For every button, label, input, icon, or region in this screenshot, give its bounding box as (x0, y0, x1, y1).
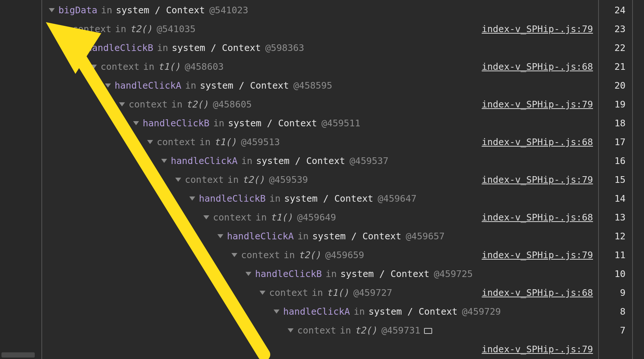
source-link[interactable]: index-v_SPHip-.js:79 (477, 24, 593, 34)
source-link[interactable]: index-v_SPHip-.js:79 (477, 174, 593, 185)
disclosure-triangle-icon[interactable] (91, 65, 97, 69)
function-name: t2() (186, 99, 208, 110)
property-name: context (72, 24, 111, 34)
source-link[interactable]: index-v_SPHip-.js:79 (477, 344, 593, 355)
object-address: @459729 (462, 306, 501, 317)
property-name: context (213, 212, 252, 223)
distance-value: 14 (599, 189, 626, 208)
object-address: @459649 (297, 212, 336, 223)
object-address: @459727 (353, 287, 392, 298)
disclosure-triangle-icon[interactable] (49, 8, 55, 12)
reveal-element-icon[interactable] (424, 328, 432, 334)
disclosure-triangle-icon[interactable] (77, 46, 83, 50)
tree-row[interactable]: contextint1()@459649index-v_SPHip-.js:68 (42, 208, 598, 227)
left-gutter (0, 0, 41, 359)
tree-row[interactable]: handleClickAinsystem / Context@459729 (42, 302, 598, 321)
in-keyword: in (255, 212, 267, 223)
distance-value: 12 (599, 227, 626, 246)
object-address: @459659 (325, 250, 364, 260)
tree-row[interactable]: contextint2()@459659index-v_SPHip-.js:79 (42, 246, 598, 264)
in-keyword: in (213, 118, 224, 129)
distance-value: 18 (599, 114, 626, 133)
disclosure-triangle-icon[interactable] (189, 196, 195, 201)
source-link[interactable]: index-v_SPHip-.js:79 (477, 250, 593, 260)
disclosure-triangle-icon[interactable] (105, 83, 111, 88)
tree-row[interactable]: handleClickAinsystem / Context@458595 (42, 76, 598, 95)
object-address: @458605 (213, 99, 252, 110)
retainers-tree[interactable]: bigDatainsystem / Context@541023contexti… (42, 0, 598, 359)
in-keyword: in (298, 231, 309, 242)
tree-row[interactable]: handleClickBinsystem / Context@459725 (42, 264, 598, 283)
function-name: t2() (130, 24, 152, 34)
object-address: @458603 (185, 61, 224, 72)
tree-row[interactable]: handleClickAinsystem / Context@459657 (42, 227, 598, 246)
disclosure-triangle-icon[interactable] (203, 215, 209, 219)
distance-value: 17 (599, 133, 626, 151)
in-keyword: in (241, 155, 252, 166)
function-name: t1() (270, 212, 292, 223)
distance-value: 24 (599, 1, 626, 20)
tree-row[interactable]: handleClickBinsystem / Context@459511 (42, 114, 598, 133)
disclosure-triangle-icon[interactable] (133, 121, 139, 125)
object-address: @541035 (157, 24, 196, 34)
property-name: handleClickA (171, 155, 238, 166)
disclosure-triangle-icon[interactable] (274, 310, 279, 314)
distance-value (599, 340, 626, 359)
tree-row[interactable]: contextint2()@458605index-v_SPHip-.js:79 (42, 95, 598, 114)
object-address: @459657 (406, 231, 445, 242)
tree-row[interactable]: contextint2()@541035index-v_SPHip-.js:79 (42, 20, 598, 38)
container-label: system / Context (256, 155, 345, 166)
tree-row[interactable]: contextint1()@458603index-v_SPHip-.js:68 (42, 57, 598, 76)
function-name: t1() (214, 137, 236, 147)
in-keyword: in (312, 287, 323, 298)
container-label: system / Context (340, 269, 430, 279)
disclosure-triangle-icon[interactable] (175, 178, 181, 182)
tree-row[interactable]: bigDatainsystem / Context@541023 (42, 1, 598, 20)
tree-row[interactable]: contextint2()@459731 (42, 321, 598, 340)
distance-value: 21 (599, 57, 626, 76)
source-link[interactable]: index-v_SPHip-.js:68 (477, 212, 593, 223)
disclosure-triangle-icon[interactable] (161, 159, 167, 163)
tree-row[interactable]: contextint1()@459513index-v_SPHip-.js:68 (42, 133, 598, 151)
in-keyword: in (171, 99, 182, 110)
property-name: context (297, 325, 336, 336)
in-keyword: in (199, 137, 210, 147)
tree-row[interactable]: contextint2()@459539index-v_SPHip-.js:79 (42, 170, 598, 189)
property-name: context (157, 137, 196, 147)
source-link[interactable]: index-v_SPHip-.js:68 (477, 137, 593, 147)
object-address: @459513 (241, 137, 280, 147)
in-keyword: in (143, 61, 154, 72)
in-keyword: in (101, 5, 112, 16)
in-keyword: in (270, 193, 281, 204)
source-link[interactable]: index-v_SPHip-.js:68 (477, 61, 593, 72)
tree-row[interactable]: handleClickBinsystem / Context@598363 (42, 38, 598, 57)
in-keyword: in (185, 80, 196, 91)
tree-row[interactable]: contextint1()@459727index-v_SPHip-.js:68 (42, 283, 598, 302)
object-address: @459539 (269, 174, 308, 185)
distance-value: 20 (599, 76, 626, 95)
object-address: @459647 (378, 193, 417, 204)
tree-row[interactable]: handleClickBinsystem / Context@459647 (42, 189, 598, 208)
disclosure-triangle-icon[interactable] (231, 253, 237, 257)
distance-value: 13 (599, 208, 626, 227)
scrollbar-stub[interactable] (1, 352, 35, 358)
function-name: t2() (242, 174, 264, 185)
disclosure-triangle-icon[interactable] (147, 140, 153, 144)
distance-value: 11 (599, 246, 626, 264)
container-label: system / Context (369, 306, 458, 317)
disclosure-triangle-icon[interactable] (260, 291, 265, 295)
property-name: handleClickA (227, 231, 294, 242)
disclosure-triangle-icon[interactable] (288, 328, 294, 332)
function-name: t2() (298, 250, 321, 260)
object-address: @459537 (350, 155, 389, 166)
in-keyword: in (227, 174, 238, 185)
source-link[interactable]: index-v_SPHip-.js:79 (477, 99, 593, 110)
disclosure-triangle-icon[interactable] (217, 234, 223, 238)
disclosure-triangle-icon[interactable] (245, 272, 251, 276)
tree-row[interactable]: handleClickAinsystem / Context@459537 (42, 151, 598, 170)
distance-value: 7 (599, 321, 626, 340)
object-address: @459731 (382, 325, 420, 336)
disclosure-triangle-icon[interactable] (119, 102, 125, 106)
source-link[interactable]: index-v_SPHip-.js:68 (477, 287, 593, 298)
disclosure-triangle-icon[interactable] (63, 27, 69, 31)
